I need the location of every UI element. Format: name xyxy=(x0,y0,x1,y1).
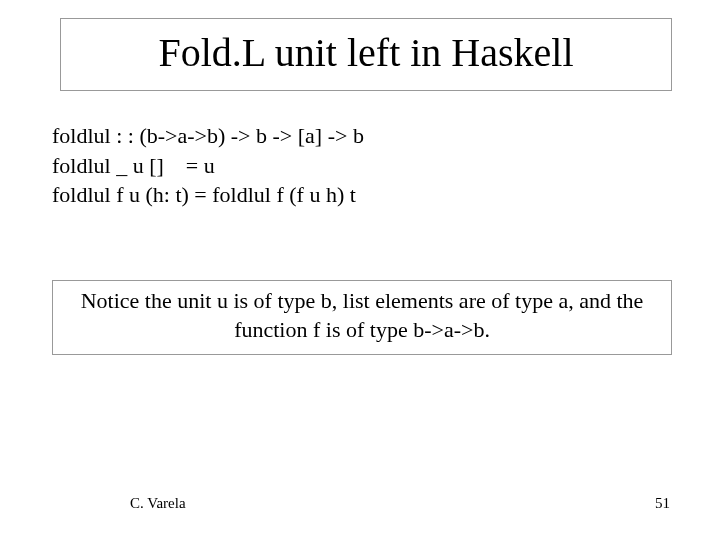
title-box: Fold.L unit left in Haskell xyxy=(60,18,672,91)
notice-text: Notice the unit u is of type b, list ele… xyxy=(81,288,644,342)
footer: C. Varela 51 xyxy=(0,495,720,512)
footer-page-number: 51 xyxy=(655,495,670,512)
code-line-3: foldlul f u (h: t) = foldlul f (f u h) t xyxy=(52,180,660,210)
notice-box: Notice the unit u is of type b, list ele… xyxy=(52,280,672,355)
slide-title: Fold.L unit left in Haskell xyxy=(81,29,651,76)
code-line-1: foldlul : : (b->a->b) -> b -> [a] -> b xyxy=(52,121,660,151)
footer-author: C. Varela xyxy=(130,495,186,512)
code-block: foldlul : : (b->a->b) -> b -> [a] -> b f… xyxy=(52,121,660,210)
code-line-2: foldlul _ u [] = u xyxy=(52,151,660,181)
